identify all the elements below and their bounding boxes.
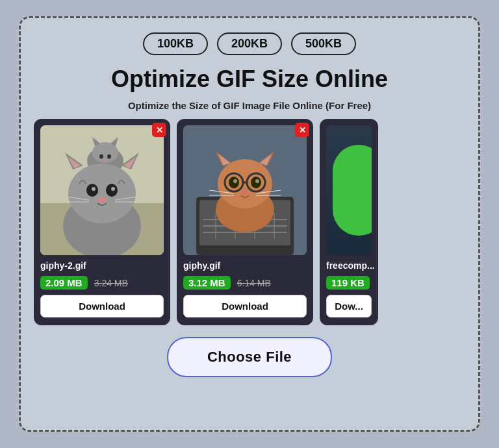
svg-point-44	[233, 179, 237, 183]
svg-point-8	[104, 158, 107, 161]
gif-card-2: ✕	[177, 119, 313, 325]
svg-point-19	[97, 197, 107, 203]
svg-point-7	[107, 155, 111, 159]
close-button-card-2[interactable]: ✕	[295, 123, 309, 137]
cards-row: ✕	[34, 119, 465, 325]
svg-point-46	[255, 179, 259, 183]
download-button-card-2[interactable]: Download	[183, 295, 307, 317]
card-1-size-old: 3.24 MB	[94, 278, 128, 288]
card-1-size-new: 2.09 MB	[40, 276, 88, 290]
card-1-filename: giphy-2.gif	[40, 260, 164, 271]
main-container: 100KB 200KB 500KB Optimize GIF Size Onli…	[19, 16, 480, 432]
page-subtitle: Optimize the Size of GIF Image File Onli…	[128, 100, 371, 111]
btn-100kb[interactable]: 100KB	[143, 32, 208, 55]
card-2-image	[183, 125, 307, 255]
size-buttons-row: 100KB 200KB 500KB	[143, 32, 356, 55]
card-2-size-row: 3.12 MB 6.14 MB	[183, 276, 307, 290]
svg-point-10	[68, 164, 136, 223]
svg-point-18	[111, 187, 115, 191]
download-button-card-1[interactable]: Download	[40, 295, 164, 317]
choose-file-button[interactable]: Choose File	[167, 337, 332, 377]
card-1-size-row: 2.09 MB 3.24 MB	[40, 276, 164, 290]
card-1-image	[40, 125, 164, 255]
card-2-filename: giphy.gif	[183, 260, 307, 271]
card-3-image	[326, 125, 372, 255]
svg-point-16	[92, 187, 96, 191]
gif-card-1: ✕	[34, 119, 170, 325]
card-3-filename: freecomp...	[326, 260, 372, 271]
card-2-size-new: 3.12 MB	[183, 276, 231, 290]
close-button-card-1[interactable]: ✕	[152, 123, 166, 137]
btn-500kb[interactable]: 500KB	[291, 32, 356, 55]
green-circle	[333, 145, 372, 236]
card-3-size-new: 119 KB	[326, 276, 370, 290]
btn-200kb[interactable]: 200KB	[217, 32, 282, 55]
download-button-card-3[interactable]: Dow...	[326, 295, 372, 317]
svg-point-47	[242, 190, 248, 195]
card-3-size-row: 119 KB	[326, 276, 372, 290]
card-2-size-old: 6.14 MB	[237, 278, 271, 288]
gif-card-3: freecomp... 119 KB Dow...	[320, 119, 378, 325]
svg-point-6	[99, 155, 103, 159]
page-title: Optimize GIF Size Online	[111, 66, 388, 92]
